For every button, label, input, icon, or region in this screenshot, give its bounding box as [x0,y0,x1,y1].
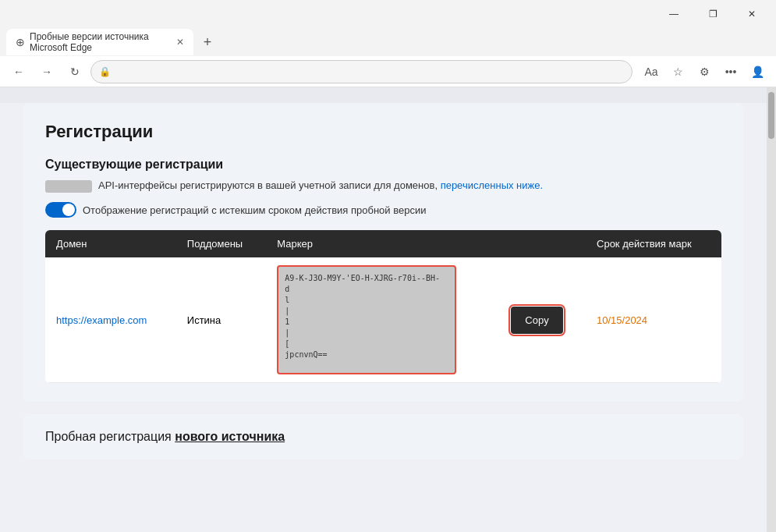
tab-bar: ⊕ Пробные версии источника Microsoft Edg… [0,28,776,56]
registrations-section: Регистрации Существующие регистрации API… [23,103,743,402]
read-aloud-button[interactable]: Aa [639,59,664,84]
bottom-section-title: Пробная регистрация нового источника [45,430,721,444]
toggle-switch[interactable] [45,202,76,218]
nav-bar: ← → ↻ 🔒 Aa ☆ ⚙ ••• 👤 [0,56,776,87]
expiry-date: 10/15/2024 [597,314,647,326]
browser-content: Регистрации Существующие регистрации API… [0,87,767,532]
description-link[interactable]: перечисленных ниже. [441,179,543,191]
col-marker: Маркер [266,230,500,257]
table-header-row: Домен Поддомены Маркер Срок действия мар… [45,230,721,257]
toggle-label: Отображение регистраций с истекшим сроко… [83,204,426,216]
marker-cell: A9-K-J3O-M9Y-'EO-H-XJRG-r70i--BH- d l | … [266,257,500,383]
minimize-button[interactable]: — [656,2,692,27]
title-bar-controls: — ❐ ✕ [656,2,770,27]
scrollbar-thumb[interactable] [768,92,774,139]
table-row: https://example.com Истина A9-K-J3O-M9Y-… [45,257,721,383]
col-actions [500,230,586,257]
refresh-button[interactable]: ↻ [62,59,87,84]
table-header: Домен Поддомены Маркер Срок действия мар… [45,230,721,257]
address-bar[interactable]: 🔒 [90,60,632,83]
domain-link[interactable]: https://example.com [56,314,147,326]
nav-actions: Aa ☆ ⚙ ••• 👤 [639,59,770,84]
profile-button[interactable]: 👤 [745,59,770,84]
tab-close-icon[interactable]: ✕ [176,37,184,48]
copy-button[interactable]: Copy [511,307,562,334]
scrollbar-track[interactable] [767,87,776,532]
back-button[interactable]: ← [6,59,31,84]
description-text: API-интерфейсы регистрируются в вашей уч… [98,179,543,191]
extensions-button[interactable]: ⚙ [692,59,717,84]
copy-cell: Copy [500,257,586,383]
page-title: Регистрации [45,122,721,142]
subdomains-cell: Истина [176,257,267,383]
forward-button[interactable]: → [34,59,59,84]
marker-content: A9-K-J3O-M9Y-'EO-H-XJRG-r70i--BH- d l | … [277,265,456,374]
description-placeholder [45,180,92,193]
table-body: https://example.com Истина A9-K-J3O-M9Y-… [45,257,721,383]
restore-button[interactable]: ❐ [695,2,731,27]
close-button[interactable]: ✕ [734,2,770,27]
bottom-section: Пробная регистрация нового источника [23,414,743,459]
bottom-title-part2: нового источника [175,430,285,443]
marker-tail: jpcnvnQ== [285,350,327,359]
browser-chrome: — ❐ ✕ ⊕ Пробные версии источника Microso… [0,0,776,87]
favorites-button[interactable]: ☆ [665,59,690,84]
title-bar: — ❐ ✕ [0,0,776,28]
bottom-title-part1: Пробная регистрация [45,430,175,443]
description-row: API-интерфейсы регистрируются в вашей уч… [45,179,721,193]
tab-favicon: ⊕ [16,36,25,48]
section-title: Существующие регистрации [45,158,721,172]
col-domain: Домен [45,230,176,257]
expiry-cell: 10/15/2024 [586,257,721,383]
col-expiry: Срок действия марк [586,230,721,257]
domain-cell: https://example.com [45,257,176,383]
page-content: Регистрации Существующие регистрации API… [0,103,767,532]
toggle-row: Отображение регистраций с истекшим сроко… [45,202,721,218]
active-tab[interactable]: ⊕ Пробные версии источника Microsoft Edg… [6,29,193,55]
col-subdomains: Поддомены [176,230,267,257]
browser-content-wrapper: Регистрации Существующие регистрации API… [0,87,776,532]
more-button[interactable]: ••• [718,59,743,84]
lock-icon: 🔒 [99,66,111,77]
tab-title: Пробные версии источника Microsoft Edge [30,31,167,53]
registrations-table: Домен Поддомены Маркер Срок действия мар… [45,230,721,383]
new-tab-button[interactable]: + [197,31,218,53]
